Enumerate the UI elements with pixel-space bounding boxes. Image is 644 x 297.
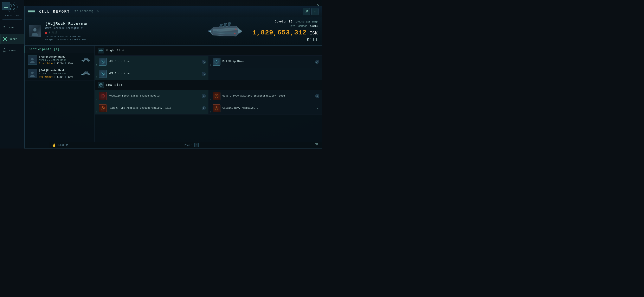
content-area: Participants [1] [FAP]Cosmic Hawk Atron … [24,45,322,147]
top-damage-label: Top Damage [39,76,53,78]
participant-damage-2: Top Damage | 17214 | 100% [39,76,79,78]
window-menu-button[interactable] [28,8,35,15]
sidebar-item-combat[interactable]: Combat [0,34,24,44]
high-slot-grid: 1 MK9 Strip Miner [95,56,322,80]
slot-item-empty-1 [208,68,322,80]
sidebar-item-bio[interactable]: ≡ Bio [0,22,24,33]
sidebar-label-medal: Medal [9,49,17,52]
kill-dot [45,32,47,34]
close-window-button[interactable]: ✕ [312,8,318,15]
item-qty-2: 1 [210,64,211,66]
svg-point-1 [11,5,13,7]
item-name-miner-3: MK9 Strip Miner [109,72,200,75]
ship-type: Covetor II [275,20,292,23]
item-name-miner-1: MK9 Strip Miner [109,60,200,63]
svg-point-8 [34,28,36,31]
item-qty-gist: 1 [210,99,211,101]
participants-header: Participants [1] [24,45,94,53]
isk-unit: ISK [310,31,318,36]
slot-item-miner-3[interactable]: 1 MK9 Strip Miner [95,68,208,80]
victim-avatar-image [29,25,41,37]
total-damage-label: Total damage: 17214 [252,25,318,28]
app-title-label: CHARACTER [5,15,19,17]
victim-avatar [29,25,41,37]
title-actions: ✕ [303,8,318,15]
total-damage-value: 17214 [310,25,318,28]
slot-item-caldari-adapt[interactable]: 1 Caldari Navy Adaptive... ✕ [208,102,322,114]
fitting-panel: High Slot 1 MK9 Strip Miner [95,45,322,147]
participant-damage-value-2: 17214 [57,76,64,78]
bio-icon: ≡ [2,24,8,30]
kill-value-panel: Covetor II Industrial Ship Total damage:… [252,20,318,42]
kill-header: [AL]Rock Riverman Warp Scramble Strength… [24,17,322,45]
window-title: KILL REPORT [38,9,70,13]
item-name-gist-adapt: Gist C-Type Adaptive Invulnerability Fie… [222,94,313,98]
external-link-button[interactable] [303,8,310,15]
slot-item-miner-1[interactable]: 1 MK9 Strip Miner [95,56,208,68]
main-window: KILL REPORT [ID:6828663] ⧉ ✕ [24,6,322,148]
sidebar: CHARACTER ≡ Bio Combat Medal [0,0,24,148]
low-slot-section: Low Slot 1 Republic Fleet Large Shield B… [95,80,322,114]
shield-icon-item [99,92,107,100]
pith-adapt-icon [99,104,107,112]
participant-damage-value-1: 17214 [57,62,64,64]
page-next-button[interactable]: › [194,143,198,147]
item-name-shield-booster: Republic Fleet Large Shield Booster [109,94,200,98]
participant-pct-2: 100% [68,76,73,78]
kill-report-id: [ID:6828663] [73,10,94,13]
miner-icon-1 [99,58,107,66]
slot-item-shield-booster[interactable]: 1 Republic Fleet Large Shield Booster [95,90,208,102]
participant-name-1: [FAP]Cosmic Hawk [39,55,79,58]
item-qty-caldari: 1 [210,111,211,113]
caldari-close-button[interactable]: ✕ [316,107,319,110]
svg-point-18 [81,74,83,75]
svg-point-16 [81,60,83,61]
svg-point-22 [203,61,204,62]
bottom-bar: 💰 4,007.55 Page 1 › [49,142,322,148]
low-slot-icon [98,82,104,88]
wallet-icon: 💰 [52,143,56,147]
victim-info: [AL]Rock Riverman Warp Scramble Strength… [45,21,199,41]
main-menu-button[interactable] [2,2,10,10]
participant-info-1: [FAP]Cosmic Hawk Atron II Interceptor Fi… [39,55,79,64]
copy-id-icon[interactable]: ⧉ [97,10,99,13]
medal-icon [2,48,8,53]
item-owner-2 [315,60,319,64]
svg-point-12 [217,30,218,30]
svg-point-32 [317,95,318,96]
filter-button[interactable] [315,143,318,147]
svg-point-14 [209,30,211,32]
slot-item-gist-adapt[interactable]: 1 Gist C-Type Adaptive Invulnerability F… [208,90,322,102]
item-name-miner-2: MK9 Strip Miner [222,60,313,63]
item-owner-shield [202,94,206,98]
participant-name-2: [FAP]Cosmic Hawk [39,69,79,72]
item-qty-pith: 1 [96,111,97,113]
sidebar-label-bio: Bio [9,26,14,29]
slot-item-pith-adapt[interactable]: 1 Pith C-Type Adaptive Invulnerability F… [95,102,208,114]
sidebar-item-medal[interactable]: Medal [0,45,24,56]
svg-point-25 [317,61,318,62]
ship-image [203,20,248,42]
svg-marker-4 [2,48,6,52]
item-qty-shield: 1 [96,99,97,101]
participant-ship-1: Atron II Interceptor [39,59,79,61]
item-qty-1: 1 [96,64,97,66]
kill-location: MN-Q26 < R-M719 < Wicked Creek [45,38,199,41]
balance-area: 💰 4,007.55 [52,143,68,147]
page-label: Page 1 [184,144,193,146]
page-indicator: Page 1 › [184,143,198,147]
svg-point-30 [203,95,204,96]
item-owner-gist [315,94,319,98]
combat-icon [2,36,8,42]
slot-item-miner-2[interactable]: 1 MK9 Strip Miner [208,56,322,68]
victim-name: [AL]Rock Riverman [45,21,199,26]
final-blow-label: Final Blow [39,62,53,64]
kill-date: 2022/02/26 01:21:17 UTC +5 [45,35,199,38]
miner-icon-2 [212,58,220,66]
high-slot-section: High Slot 1 MK9 Strip Miner [95,45,322,80]
participant-item-1[interactable]: [FAP]Cosmic Hawk Atron II Interceptor Fi… [24,53,94,67]
participants-title: Participants [1] [28,48,60,51]
isk-value: 1,829,653,312 [252,29,307,36]
participant-item-2[interactable]: [FAP]Cosmic Hawk Atron II Interceptor To… [24,67,94,80]
high-slot-header: High Slot [95,45,322,56]
